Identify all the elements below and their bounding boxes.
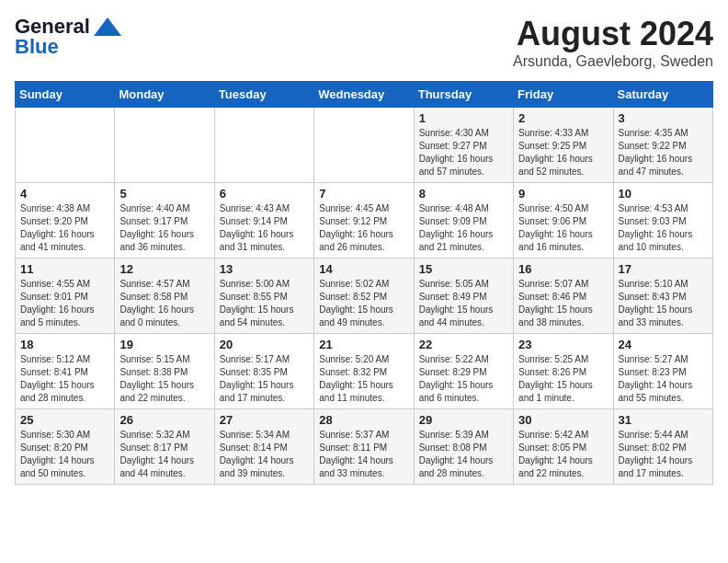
day-content: Sunrise: 4:55 AM Sunset: 9:01 PM Dayligh… bbox=[20, 278, 109, 329]
calendar-cell: 24Sunrise: 5:27 AM Sunset: 8:23 PM Dayli… bbox=[613, 334, 712, 409]
col-header-friday: Friday bbox=[514, 82, 613, 108]
col-header-tuesday: Tuesday bbox=[214, 82, 313, 108]
day-number: 24 bbox=[619, 338, 708, 351]
calendar-cell: 9Sunrise: 4:50 AM Sunset: 9:06 PM Daylig… bbox=[514, 183, 613, 259]
day-content: Sunrise: 5:30 AM Sunset: 8:20 PM Dayligh… bbox=[20, 429, 109, 480]
calendar-cell: 23Sunrise: 5:25 AM Sunset: 8:26 PM Dayli… bbox=[514, 334, 613, 409]
calendar-cell: 29Sunrise: 5:39 AM Sunset: 8:08 PM Dayli… bbox=[414, 409, 513, 485]
logo-icon bbox=[94, 17, 121, 36]
calendar-cell: 20Sunrise: 5:17 AM Sunset: 8:35 PM Dayli… bbox=[214, 334, 313, 409]
calendar-cell: 3Sunrise: 4:35 AM Sunset: 9:22 PM Daylig… bbox=[613, 108, 712, 183]
day-number: 15 bbox=[419, 262, 508, 276]
day-content: Sunrise: 5:07 AM Sunset: 8:46 PM Dayligh… bbox=[518, 278, 608, 329]
calendar-week-5: 25Sunrise: 5:30 AM Sunset: 8:20 PM Dayli… bbox=[16, 409, 713, 485]
day-content: Sunrise: 5:42 AM Sunset: 8:05 PM Dayligh… bbox=[518, 429, 608, 480]
day-content: Sunrise: 5:05 AM Sunset: 8:49 PM Dayligh… bbox=[419, 278, 508, 329]
calendar-cell: 16Sunrise: 5:07 AM Sunset: 8:46 PM Dayli… bbox=[514, 259, 613, 334]
day-number: 23 bbox=[518, 338, 608, 351]
day-number: 7 bbox=[319, 187, 408, 201]
calendar-cell: 14Sunrise: 5:02 AM Sunset: 8:52 PM Dayli… bbox=[314, 259, 414, 334]
calendar-cell: 21Sunrise: 5:20 AM Sunset: 8:32 PM Dayli… bbox=[314, 334, 414, 409]
day-number: 27 bbox=[220, 413, 309, 427]
day-content: Sunrise: 4:30 AM Sunset: 9:27 PM Dayligh… bbox=[419, 127, 508, 178]
day-number: 29 bbox=[419, 413, 508, 427]
day-number: 31 bbox=[619, 413, 708, 427]
logo-text-blue: Blue bbox=[15, 35, 59, 59]
logo: General Blue bbox=[15, 15, 121, 59]
calendar-cell: 19Sunrise: 5:15 AM Sunset: 8:38 PM Dayli… bbox=[115, 334, 214, 409]
day-number: 12 bbox=[119, 262, 209, 276]
col-header-sunday: Sunday bbox=[16, 82, 115, 108]
day-content: Sunrise: 5:15 AM Sunset: 8:38 PM Dayligh… bbox=[119, 353, 209, 405]
day-content: Sunrise: 4:45 AM Sunset: 9:12 PM Dayligh… bbox=[319, 202, 408, 254]
calendar-cell: 17Sunrise: 5:10 AM Sunset: 8:43 PM Dayli… bbox=[613, 259, 712, 334]
calendar-table: SundayMondayTuesdayWednesdayThursdayFrid… bbox=[15, 81, 713, 485]
calendar-cell: 11Sunrise: 4:55 AM Sunset: 9:01 PM Dayli… bbox=[16, 259, 115, 334]
day-content: Sunrise: 5:10 AM Sunset: 8:43 PM Dayligh… bbox=[619, 278, 708, 329]
day-content: Sunrise: 4:33 AM Sunset: 9:25 PM Dayligh… bbox=[518, 127, 608, 178]
calendar-cell: 7Sunrise: 4:45 AM Sunset: 9:12 PM Daylig… bbox=[314, 183, 414, 259]
day-number: 28 bbox=[319, 413, 408, 427]
day-content: Sunrise: 4:57 AM Sunset: 8:58 PM Dayligh… bbox=[119, 278, 209, 329]
day-number: 13 bbox=[220, 262, 309, 276]
day-content: Sunrise: 5:12 AM Sunset: 8:41 PM Dayligh… bbox=[20, 353, 109, 405]
main-title: August 2024 bbox=[513, 15, 713, 53]
sub-title: Arsunda, Gaevleborg, Sweden bbox=[513, 53, 713, 70]
day-number: 17 bbox=[619, 262, 708, 276]
calendar-cell: 27Sunrise: 5:34 AM Sunset: 8:14 PM Dayli… bbox=[214, 409, 313, 485]
calendar-header-row: SundayMondayTuesdayWednesdayThursdayFrid… bbox=[16, 82, 713, 108]
calendar-cell: 18Sunrise: 5:12 AM Sunset: 8:41 PM Dayli… bbox=[16, 334, 115, 409]
calendar-cell bbox=[115, 108, 214, 183]
day-number: 9 bbox=[518, 187, 608, 201]
day-number: 19 bbox=[119, 338, 209, 351]
day-content: Sunrise: 4:38 AM Sunset: 9:20 PM Dayligh… bbox=[20, 202, 109, 254]
day-content: Sunrise: 5:37 AM Sunset: 8:11 PM Dayligh… bbox=[319, 429, 408, 480]
day-number: 5 bbox=[119, 187, 209, 201]
svg-marker-0 bbox=[94, 17, 121, 36]
day-number: 25 bbox=[20, 413, 109, 427]
calendar-cell: 1Sunrise: 4:30 AM Sunset: 9:27 PM Daylig… bbox=[414, 108, 513, 183]
calendar-cell: 26Sunrise: 5:32 AM Sunset: 8:17 PM Dayli… bbox=[115, 409, 214, 485]
calendar-cell: 12Sunrise: 4:57 AM Sunset: 8:58 PM Dayli… bbox=[115, 259, 214, 334]
col-header-saturday: Saturday bbox=[613, 82, 712, 108]
day-number: 8 bbox=[419, 187, 508, 201]
calendar-cell: 31Sunrise: 5:44 AM Sunset: 8:02 PM Dayli… bbox=[613, 409, 712, 485]
day-number: 22 bbox=[419, 338, 508, 351]
day-number: 4 bbox=[20, 187, 109, 201]
day-number: 20 bbox=[220, 338, 309, 351]
calendar-week-4: 18Sunrise: 5:12 AM Sunset: 8:41 PM Dayli… bbox=[16, 334, 713, 409]
day-number: 1 bbox=[419, 111, 508, 125]
day-number: 14 bbox=[319, 262, 408, 276]
page-header: General Blue August 2024 Arsunda, Gaevle… bbox=[15, 15, 713, 70]
day-number: 26 bbox=[119, 413, 209, 427]
day-content: Sunrise: 5:39 AM Sunset: 8:08 PM Dayligh… bbox=[419, 429, 508, 480]
calendar-cell: 4Sunrise: 4:38 AM Sunset: 9:20 PM Daylig… bbox=[16, 183, 115, 259]
calendar-cell: 13Sunrise: 5:00 AM Sunset: 8:55 PM Dayli… bbox=[214, 259, 313, 334]
calendar-week-2: 4Sunrise: 4:38 AM Sunset: 9:20 PM Daylig… bbox=[16, 183, 713, 259]
day-content: Sunrise: 5:25 AM Sunset: 8:26 PM Dayligh… bbox=[518, 353, 608, 405]
day-number: 30 bbox=[518, 413, 608, 427]
day-content: Sunrise: 5:32 AM Sunset: 8:17 PM Dayligh… bbox=[119, 429, 209, 480]
calendar-cell: 30Sunrise: 5:42 AM Sunset: 8:05 PM Dayli… bbox=[514, 409, 613, 485]
day-number: 2 bbox=[518, 111, 608, 125]
day-number: 6 bbox=[220, 187, 309, 201]
day-content: Sunrise: 4:53 AM Sunset: 9:03 PM Dayligh… bbox=[619, 202, 708, 254]
day-content: Sunrise: 5:20 AM Sunset: 8:32 PM Dayligh… bbox=[319, 353, 408, 405]
calendar-cell bbox=[314, 108, 414, 183]
calendar-cell: 8Sunrise: 4:48 AM Sunset: 9:09 PM Daylig… bbox=[414, 183, 513, 259]
day-content: Sunrise: 5:22 AM Sunset: 8:29 PM Dayligh… bbox=[419, 353, 508, 405]
day-content: Sunrise: 5:00 AM Sunset: 8:55 PM Dayligh… bbox=[220, 278, 309, 329]
day-content: Sunrise: 4:48 AM Sunset: 9:09 PM Dayligh… bbox=[419, 202, 508, 254]
calendar-cell: 28Sunrise: 5:37 AM Sunset: 8:11 PM Dayli… bbox=[314, 409, 414, 485]
day-content: Sunrise: 4:35 AM Sunset: 9:22 PM Dayligh… bbox=[619, 127, 708, 178]
day-number: 21 bbox=[319, 338, 408, 351]
calendar-week-1: 1Sunrise: 4:30 AM Sunset: 9:27 PM Daylig… bbox=[16, 108, 713, 183]
day-content: Sunrise: 5:02 AM Sunset: 8:52 PM Dayligh… bbox=[319, 278, 408, 329]
calendar-cell: 6Sunrise: 4:43 AM Sunset: 9:14 PM Daylig… bbox=[214, 183, 313, 259]
day-content: Sunrise: 5:34 AM Sunset: 8:14 PM Dayligh… bbox=[220, 429, 309, 480]
day-content: Sunrise: 5:27 AM Sunset: 8:23 PM Dayligh… bbox=[619, 353, 708, 405]
calendar-week-3: 11Sunrise: 4:55 AM Sunset: 9:01 PM Dayli… bbox=[16, 259, 713, 334]
day-content: Sunrise: 5:17 AM Sunset: 8:35 PM Dayligh… bbox=[220, 353, 309, 405]
col-header-thursday: Thursday bbox=[414, 82, 513, 108]
calendar-cell: 25Sunrise: 5:30 AM Sunset: 8:20 PM Dayli… bbox=[16, 409, 115, 485]
